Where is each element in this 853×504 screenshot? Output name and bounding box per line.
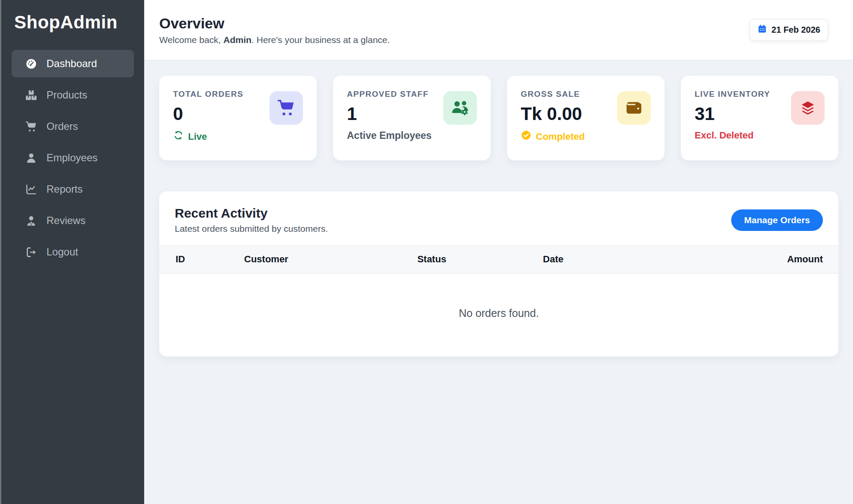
sidebar-item-label: Logout [46,246,78,258]
recent-activity-heading: Recent Activity Latest orders submitted … [175,206,328,234]
column-header-date: Date [543,246,720,274]
cart-icon [25,121,37,132]
user-icon [25,152,37,164]
main-area: Overview Welcome back, Admin. Here's you… [144,0,853,504]
stat-status: Excl. Deleted [695,130,770,141]
sidebar-item-products[interactable]: Products [12,81,134,109]
orders-table-header-row: ID Customer Status Date Amount [159,246,838,274]
sidebar-item-dashboard[interactable]: Dashboard [12,50,134,77]
sidebar-item-label: Dashboard [46,58,97,70]
stat-label: APPROVED STAFF [347,89,432,99]
calendar-icon [757,24,767,36]
sidebar: ShopAdmin Dashboard Pro [1,0,144,504]
welcome-username: Admin [223,35,251,45]
sidebar-item-label: Employees [46,152,98,164]
sidebar-nav: Dashboard Products Orders [1,50,144,270]
stat-card-total-orders: TOTAL ORDERS 0 Live [159,76,317,160]
empty-state-message: No orders found. [159,274,838,357]
sidebar-item-label: Products [46,89,87,101]
stat-status: Live [173,130,243,143]
sidebar-item-employees[interactable]: Employees [12,144,134,172]
column-header-id: ID [159,246,244,274]
orders-table: ID Customer Status Date Amount No orders… [159,245,838,356]
sidebar-item-reviews[interactable]: Reviews [12,207,134,234]
recent-activity-header: Recent Activity Latest orders submitted … [159,191,838,245]
stat-value: 0 [173,104,243,124]
recent-activity-panel: Recent Activity Latest orders submitted … [159,191,838,356]
sidebar-item-logout[interactable]: Logout [12,238,134,266]
stat-status: Completed [521,130,585,143]
sidebar-item-orders[interactable]: Orders [12,113,134,140]
topbar: Overview Welcome back, Admin. Here's you… [144,0,853,60]
gauge-icon [25,58,37,70]
stat-value: Tk 0.00 [521,104,585,124]
sidebar-item-label: Reports [46,183,83,195]
page-title: Overview [159,15,390,32]
sidebar-item-label: Orders [46,120,78,132]
empty-state-row: No orders found. [159,274,838,357]
stat-label: TOTAL ORDERS [173,89,243,99]
chart-line-icon [25,184,37,195]
manage-orders-button[interactable]: Manage Orders [731,209,823,231]
recent-activity-subtitle: Latest orders submitted by customers. [175,224,328,234]
wallet-icon [617,91,651,125]
logout-icon [25,246,37,258]
stat-value: 1 [347,104,432,124]
users-gear-icon [443,91,477,125]
stat-card-gross-sale: GROSS SALE Tk 0.00 Completed [507,76,664,160]
column-header-customer: Customer [244,246,417,274]
stat-card-live-inventory: LIVE INVENTORY 31 Excl. Deleted [681,76,838,160]
stat-card-approved-staff: APPROVED STAFF 1 Active Employees [333,76,491,160]
brand-title: ShopAdmin [1,10,144,33]
column-header-amount: Amount [720,246,838,274]
page-heading: Overview Welcome back, Admin. Here's you… [159,15,390,45]
welcome-text: Welcome back, Admin. Here's your busines… [159,35,390,45]
stat-label: LIVE INVENTORY [695,89,770,99]
date-badge-label: 21 Feb 2026 [772,25,820,35]
stat-status: Active Employees [347,130,432,141]
column-header-status: Status [417,246,543,274]
boxes-icon [25,89,37,101]
sidebar-item-label: Reviews [46,215,86,227]
user-tie-icon [25,215,37,227]
cart-icon [269,91,303,125]
date-badge[interactable]: 21 Feb 2026 [750,19,828,41]
recent-activity-title: Recent Activity [175,206,328,221]
layers-icon [791,91,825,125]
check-circle-icon [521,130,532,143]
sidebar-item-reports[interactable]: Reports [12,175,134,203]
stat-value: 31 [695,104,770,124]
stat-cards: TOTAL ORDERS 0 Live [159,76,838,160]
stat-label: GROSS SALE [521,89,585,99]
content: TOTAL ORDERS 0 Live [144,60,853,356]
sync-icon [173,130,184,143]
